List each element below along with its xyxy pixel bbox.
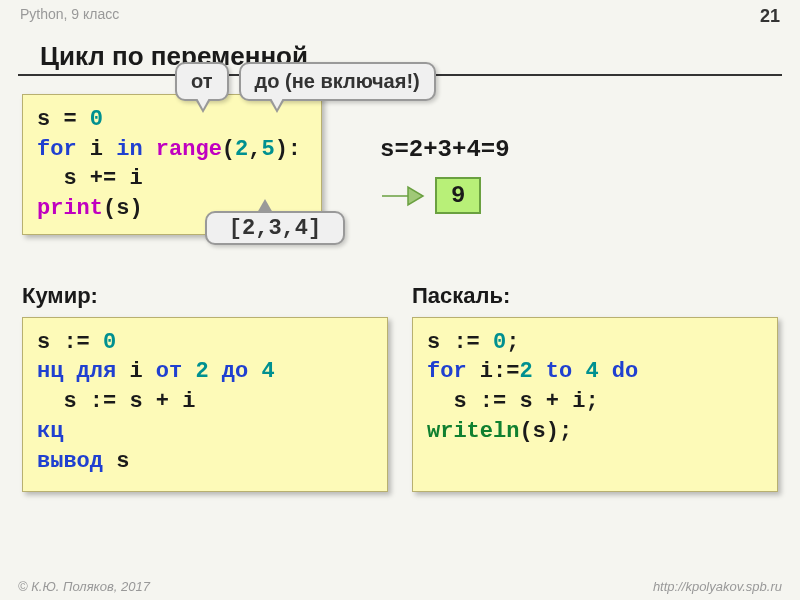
- footer: © К.Ю. Поляков, 2017 http://kpolyakov.sp…: [0, 579, 800, 594]
- kumir-code: s := 0 нц для i от 2 до 4 s := s + i кц …: [22, 317, 388, 492]
- result-area: s=2+3+4=9 9: [380, 136, 510, 214]
- bottom-row: Кумир: s := 0 нц для i от 2 до 4 s := s …: [22, 283, 778, 492]
- arrow-icon: [380, 181, 425, 211]
- callout-row: от до (не включая!): [175, 62, 436, 101]
- content-area: от до (не включая!) s = 0 for i in range…: [0, 76, 800, 510]
- callout-from: от: [175, 62, 229, 101]
- result-value: 9: [435, 177, 481, 214]
- callout-to-text: до (не включая!): [255, 70, 420, 92]
- callout-to: до (не включая!): [239, 62, 436, 101]
- result-row: 9: [380, 177, 510, 214]
- header: Python, 9 класс 21: [0, 0, 800, 31]
- equation: s=2+3+4=9: [380, 136, 510, 163]
- kumir-title: Кумир:: [22, 283, 388, 309]
- callout-list: [2,3,4]: [205, 211, 345, 245]
- pascal-title: Паскаль:: [412, 283, 778, 309]
- copyright: © К.Ю. Поляков, 2017: [18, 579, 150, 594]
- course-label: Python, 9 класс: [20, 6, 119, 27]
- page-number: 21: [760, 6, 780, 27]
- footer-url: http://kpolyakov.spb.ru: [653, 579, 782, 594]
- pascal-code: s := 0; for i:=2 to 4 do s := s + i; wri…: [412, 317, 778, 492]
- kumir-column: Кумир: s := 0 нц для i от 2 до 4 s := s …: [22, 283, 388, 492]
- callout-list-text: [2,3,4]: [229, 216, 321, 241]
- callout-from-text: от: [191, 70, 213, 92]
- pascal-column: Паскаль: s := 0; for i:=2 to 4 do s := s…: [412, 283, 778, 492]
